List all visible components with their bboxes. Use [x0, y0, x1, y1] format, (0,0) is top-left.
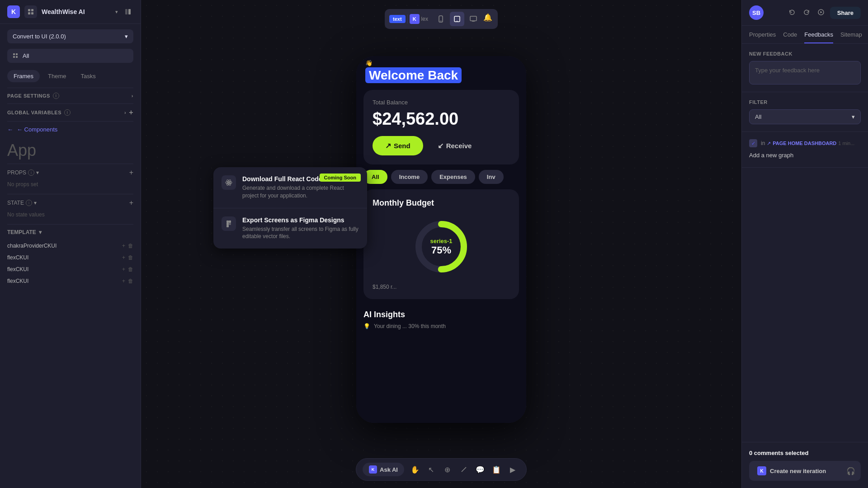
svg-rect-13: [457, 21, 458, 21]
bell-icon[interactable]: 🔔: [482, 12, 493, 23]
filter-expenses-tab[interactable]: Expenses: [431, 170, 475, 184]
tab-code[interactable]: Code: [783, 31, 797, 43]
global-variables-label: GLOBAL VARIABLES: [7, 110, 61, 115]
svg-rect-1: [31, 9, 33, 11]
template-delete-icon[interactable]: 🗑: [128, 243, 133, 249]
panel-toggle-button[interactable]: [123, 6, 133, 17]
headset-icon[interactable]: 🎧: [843, 463, 859, 479]
svg-rect-22: [229, 221, 231, 223]
props-info-icon: i: [28, 169, 34, 176]
tab-feedbacks[interactable]: Feedbacks: [804, 31, 833, 43]
react-icon: [222, 175, 236, 190]
all-selector[interactable]: All: [7, 49, 133, 63]
template-add-icon[interactable]: +: [122, 278, 125, 284]
hand-tool-button[interactable]: ✋: [408, 462, 422, 477]
frames-tabs: Frames Theme Tasks: [0, 70, 141, 82]
list-item: flexCKUI + 🗑: [7, 275, 133, 287]
phone-frame: 👋 Welcome Back Total Balance $24,562.00 …: [356, 56, 526, 423]
popup-item-figma[interactable]: Export Screens as Figma Designs Seamless…: [213, 208, 367, 249]
svg-rect-25: [226, 225, 229, 227]
create-iteration-label: Create new iteration: [770, 468, 826, 474]
ai-insights-title: AI Insights: [363, 310, 519, 319]
global-variables-section[interactable]: GLOBAL VARIABLES i › +: [0, 104, 141, 121]
feedback-input[interactable]: Type your feedback here: [749, 61, 861, 84]
filter-income-tab[interactable]: Income: [391, 170, 428, 184]
add-tool-button[interactable]: ⊕: [440, 462, 455, 477]
filter-dropdown[interactable]: All ▾: [749, 109, 861, 124]
state-arrow-icon[interactable]: ▾: [34, 200, 37, 206]
svg-rect-4: [125, 9, 127, 14]
location-link[interactable]: PAGE HOME DASHBOARD: [773, 141, 836, 146]
play-tool-button[interactable]: ▶: [505, 462, 520, 477]
share-button[interactable]: Share: [830, 7, 861, 19]
version-label: Convert to UI (2.0.0): [13, 33, 66, 40]
figma-icon: [222, 216, 236, 231]
welcome-title: Welcome Back: [365, 68, 517, 83]
right-header: SB Share: [742, 0, 868, 26]
sticky-tool-button[interactable]: 📋: [489, 462, 504, 477]
bottom-toolbar: K Ask AI ✋ ↖ ⊕ 💬 📋 ▶: [356, 458, 527, 481]
svg-rect-3: [31, 12, 33, 14]
version-selector[interactable]: Convert to UI (2.0.0) ▾: [7, 29, 133, 43]
state-add-icon[interactable]: +: [129, 199, 133, 207]
app-icon: [24, 5, 37, 18]
page-settings-arrow-icon: ›: [132, 93, 133, 99]
ai-insight-text: Your dining ... 30% this month: [374, 323, 446, 329]
tab-theme[interactable]: Theme: [42, 70, 72, 82]
components-link[interactable]: ← ← Components: [0, 122, 141, 137]
redo-button[interactable]: [801, 7, 812, 18]
tab-tasks[interactable]: Tasks: [75, 70, 102, 82]
props-arrow-icon[interactable]: ▾: [36, 169, 39, 176]
template-delete-icon[interactable]: 🗑: [128, 266, 133, 272]
template-add-icon[interactable]: +: [122, 243, 125, 249]
page-settings-section[interactable]: PAGE SETTINGS i ›: [0, 88, 141, 103]
tab-frames[interactable]: Frames: [7, 70, 40, 82]
filter-value: All: [755, 113, 761, 120]
new-feedback-label: NEW FEEDBACK: [749, 51, 861, 56]
budget-card: Monthly Budget series-1 75% $1,850 r...: [363, 189, 519, 299]
play-button[interactable]: [816, 7, 826, 18]
receive-button[interactable]: ↙ Receive: [429, 136, 481, 155]
template-section: TEMPLATE ▾ chakraProviderCKUI + 🗑 flexCK…: [0, 225, 141, 488]
template-item-name: flexCKUI: [7, 278, 28, 284]
send-button[interactable]: ↗ Send: [373, 136, 423, 155]
filter-section: FILTER All ▾: [742, 92, 868, 132]
template-delete-icon[interactable]: 🗑: [128, 254, 133, 261]
title-dropdown-arrow[interactable]: ▾: [115, 9, 118, 15]
desktop-view-button[interactable]: [466, 12, 481, 26]
new-feedback-section: NEW FEEDBACK Type your feedback here: [742, 44, 868, 92]
check-icon[interactable]: ✓: [749, 139, 757, 147]
template-delete-icon[interactable]: 🗑: [128, 278, 133, 284]
budget-title: Monthly Budget: [373, 198, 510, 208]
budget-footer: $1,850 r...: [373, 284, 510, 290]
tab-sitemap[interactable]: Sitemap: [840, 31, 862, 43]
template-arrow-icon[interactable]: ▾: [39, 229, 42, 235]
template-add-icon[interactable]: +: [122, 266, 125, 272]
svg-rect-2: [28, 12, 30, 14]
filter-inv-tab[interactable]: Inv: [479, 170, 504, 184]
comment-tool-button[interactable]: 💬: [473, 462, 487, 477]
mobile-view-button[interactable]: [434, 12, 448, 26]
all-label: All: [23, 52, 29, 59]
ask-ai-button[interactable]: K Ask AI: [363, 463, 404, 476]
global-variables-add-icon[interactable]: +: [129, 108, 133, 117]
bulb-icon: 💡: [363, 323, 370, 329]
undo-button[interactable]: [787, 7, 797, 18]
props-section: PROPS i ▾ + No props set: [0, 164, 141, 194]
template-add-icon[interactable]: +: [122, 254, 125, 261]
receive-arrow-icon: ↙: [438, 141, 443, 150]
cursor-tool-button[interactable]: ↖: [424, 462, 439, 477]
comments-count: 0 comments selected: [749, 450, 809, 456]
canvas: text K lex 🔔: [141, 0, 741, 488]
state-label: STATE: [7, 200, 24, 206]
svg-rect-9: [16, 56, 18, 58]
global-variables-info-icon: i: [64, 109, 71, 116]
right-tabs: Properties Code Feedbacks Sitemap: [742, 26, 868, 44]
pen-tool-button[interactable]: [457, 462, 471, 477]
tab-properties[interactable]: Properties: [749, 31, 776, 43]
props-add-icon[interactable]: +: [129, 169, 133, 177]
tablet-view-button[interactable]: [450, 12, 464, 26]
template-item-name: flexCKUI: [7, 266, 28, 272]
external-link-icon: ↗: [767, 141, 771, 146]
react-item-desc: Generate and download a complete React p…: [242, 184, 359, 200]
